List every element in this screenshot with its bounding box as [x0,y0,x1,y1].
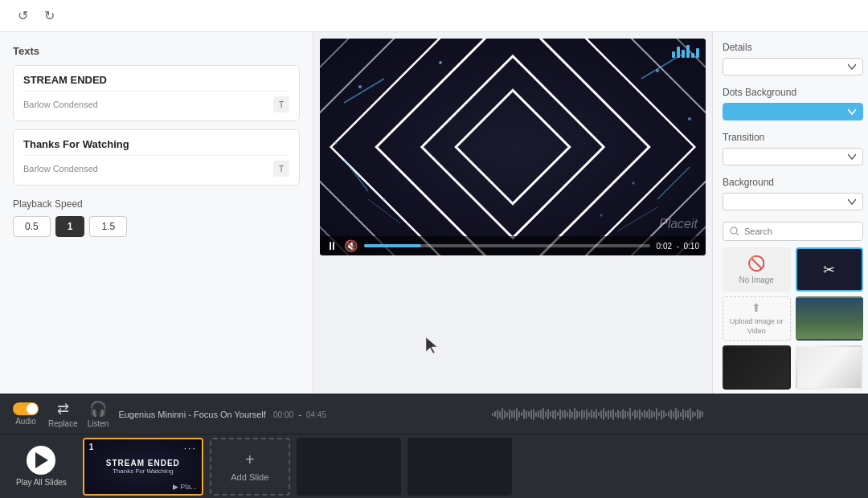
wave-bar [574,408,575,420]
bg-thumb-upload[interactable]: ⬆ Upload Image or Video [723,296,791,341]
text-card-2[interactable]: Thanks For Watching Barlow Condensed T [13,129,300,186]
progress-bar[interactable] [364,244,650,247]
wave-bar [583,410,585,418]
speed-btn-0.5[interactable]: 0.5 [13,216,51,237]
bg-thumb-no-image[interactable]: 🚫 No Image [723,247,791,292]
headphone-icon[interactable]: 🎧 [89,400,107,418]
wave-bar [550,411,551,417]
wave-bar [665,413,667,416]
chevron-down-icon [848,63,856,71]
search-input[interactable] [744,227,856,236]
waveform: // will be populated below [492,406,855,422]
wave-bar [552,410,554,418]
wave-bar [600,410,602,418]
text-card-1[interactable]: STREAM ENDED Barlow Condensed T [13,65,300,121]
play-pause-button[interactable]: ⏸ [326,239,338,252]
wave-bar [504,410,506,418]
add-slide-label: Add Slide [231,472,268,482]
svg-point-9 [633,182,635,185]
wave-bar [675,408,677,420]
audio-toggle[interactable] [13,402,39,415]
slide-thumb-1[interactable]: STREAM ENDED Thanks For Watching 1 ··· ▶… [83,438,203,496]
chart-bars [672,45,699,58]
play-icon [35,452,48,468]
wave-bar [581,410,583,419]
wave-bar [535,412,537,417]
chevron-down-icon [848,198,856,206]
playback-section: Playback Speed 0.5 1 1.5 [13,198,300,237]
wave-bar [530,410,532,419]
add-slide-button[interactable]: + Add Slide [210,438,290,496]
bg-thumb-dark[interactable] [723,345,791,390]
wave-bar [658,412,660,416]
wave-bar [612,409,614,420]
background-dropdown[interactable] [723,193,863,210]
wave-bar [502,408,503,420]
wave-bar [540,410,542,418]
text-card-2-font: Barlow Condensed T [23,155,289,177]
wave-bar [661,410,662,419]
wave-bar [579,411,580,417]
slide-menu-icon[interactable]: ··· [184,443,197,454]
wave-bar [653,411,655,417]
bg-thumb-selected[interactable]: ✂ [796,247,864,292]
redo-button[interactable]: ↻ [39,5,59,27]
wave-bar [492,413,493,416]
font-icon-1: T [273,96,289,112]
replace-icon[interactable]: ⇄ [57,400,69,418]
wave-bar [644,410,645,418]
extra-slide-2[interactable] [297,438,401,496]
play-all-button[interactable]: Play All Slides [6,439,76,493]
wave-bar [593,411,595,418]
details-dropdown[interactable] [723,58,863,76]
wave-bar [673,411,674,418]
chevron-down-icon [848,108,856,116]
svg-line-17 [657,167,690,199]
chevron-down-icon [848,153,856,161]
mute-button[interactable]: 🔇 [344,239,358,252]
chart-bar [682,50,685,58]
playback-label: Playback Speed [13,198,300,210]
right-panel: Details Dots Background Transition [712,32,868,394]
wave-bar [516,408,518,421]
speed-btn-1.5[interactable]: 1.5 [89,216,127,237]
transition-dropdown[interactable] [723,148,863,165]
audio-track-info: Eugenius Mininni - Focus On Yourself 00:… [118,410,481,419]
listen-controls: 🎧 Listen [88,400,109,428]
speed-buttons: 0.5 1 1.5 [13,216,300,237]
bg-thumb-landscape[interactable] [796,296,864,341]
wave-bar [656,408,657,420]
wave-bar [697,409,698,419]
wave-bar [538,410,539,418]
wave-bar [521,412,522,416]
wave-bar [591,410,592,418]
text-card-1-text: STREAM ENDED [23,74,289,86]
wave-bar [670,410,672,419]
chart-bar [686,45,690,58]
wave-bar [569,409,571,419]
wave-bar [545,411,547,418]
wave-bar [547,409,549,419]
undo-button[interactable]: ↺ [13,5,33,27]
details-label: Details [723,42,863,53]
svg-point-11 [600,214,603,217]
wave-bar [564,410,566,418]
dots-bg-dropdown[interactable] [723,103,863,120]
wave-bar [586,409,588,420]
wave-bar [506,412,508,417]
wave-bar [627,411,628,417]
wave-bar [499,411,501,418]
bg-thumb-marble[interactable] [796,345,864,390]
play-circle [27,446,55,475]
wave-bar [608,410,609,419]
search-icon [730,227,739,236]
extra-slide-3[interactable] [407,438,512,496]
wave-bar [511,410,513,418]
wave-bar [533,409,534,420]
wave-bar [603,408,604,420]
wave-bar [632,412,633,416]
listen-label: Listen [88,419,109,428]
wave-bar [518,411,520,418]
wave-bar [692,411,694,418]
speed-btn-1[interactable]: 1 [55,216,85,237]
